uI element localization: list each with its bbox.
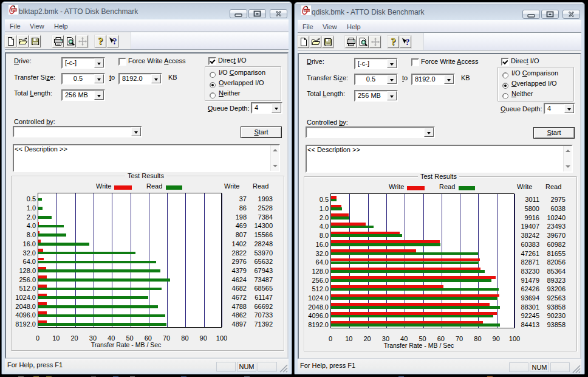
svg-text:ATTO: ATTO bbox=[12, 9, 17, 12]
svg-text:ATTO: ATTO bbox=[304, 10, 310, 12]
